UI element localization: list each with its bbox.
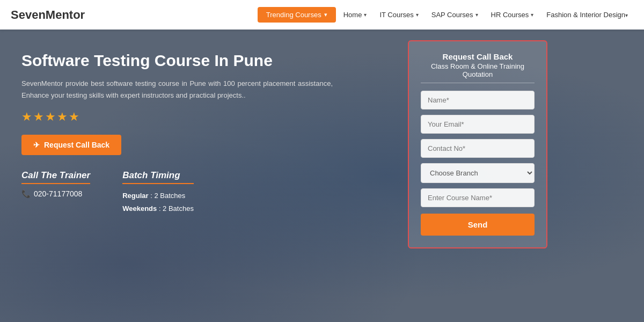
phone-number: 📞 020-71177008 (21, 189, 90, 198)
weekends-batches: : 2 Batches (157, 204, 194, 213)
nav-home-btn[interactable]: Home (338, 7, 372, 23)
form-panel: Request Call Back Class Room & Online Tr… (408, 40, 547, 248)
trending-courses-btn[interactable]: Trending Courses (258, 7, 336, 23)
contact-input[interactable] (421, 139, 535, 158)
email-input[interactable] (421, 115, 535, 134)
branch-select[interactable]: Choose Branch Pune Mumbai Nagpur Nashik (421, 163, 535, 183)
star-rating: ★★★★★ (21, 110, 386, 124)
nav-sap-courses-btn[interactable]: SAP Courses (426, 7, 484, 23)
request-callback-label: Request Call Back (44, 141, 109, 149)
name-input[interactable] (421, 91, 535, 109)
hero-content: Software Testing Course In Pune SevenMen… (0, 46, 408, 220)
hero-section: Software Testing Course In Pune SevenMen… (0, 30, 644, 322)
navbar: SevenMentor Trending Courses Home IT Cou… (0, 0, 644, 30)
send-arrow-icon: ✈ (33, 141, 40, 149)
phone-icon: 📞 (21, 189, 31, 198)
batch-info: Regular : 2 Batches Weekends : 2 Batches (122, 189, 194, 215)
batch-timing-label: Batch Timing (122, 170, 194, 184)
hero-description: SevenMentor provide best software testin… (21, 78, 333, 101)
info-row: Call The Trainer 📞 020-71177008 Batch Ti… (21, 170, 386, 215)
nav-hr-courses-btn[interactable]: HR Courses (486, 7, 539, 23)
regular-batches: : 2 Batches (149, 192, 186, 200)
send-button[interactable]: Send (421, 214, 535, 236)
regular-label: Regular (122, 192, 148, 200)
course-input[interactable] (421, 188, 535, 207)
phone-text: 020-71177008 (34, 189, 82, 198)
call-trainer-col: Call The Trainer 📞 020-71177008 (21, 170, 90, 215)
nav-it-courses-btn[interactable]: IT Courses (374, 7, 423, 23)
hero-title: Software Testing Course In Pune (21, 51, 386, 70)
form-title1: Request Call Back (421, 52, 535, 61)
request-callback-btn[interactable]: ✈ Request Call Back (21, 135, 121, 155)
call-trainer-label: Call The Trainer (21, 170, 90, 184)
batch-timing-col: Batch Timing Regular : 2 Batches Weekend… (122, 170, 194, 215)
nav-fashion-btn[interactable]: Fashion & Interior Design (541, 7, 633, 23)
weekends-label: Weekends (122, 204, 157, 213)
form-title2: Class Room & Online Training Quotation (421, 62, 535, 83)
nav-links: Trending Courses Home IT Courses SAP Cou… (258, 7, 633, 23)
logo: SevenMentor (11, 8, 85, 22)
